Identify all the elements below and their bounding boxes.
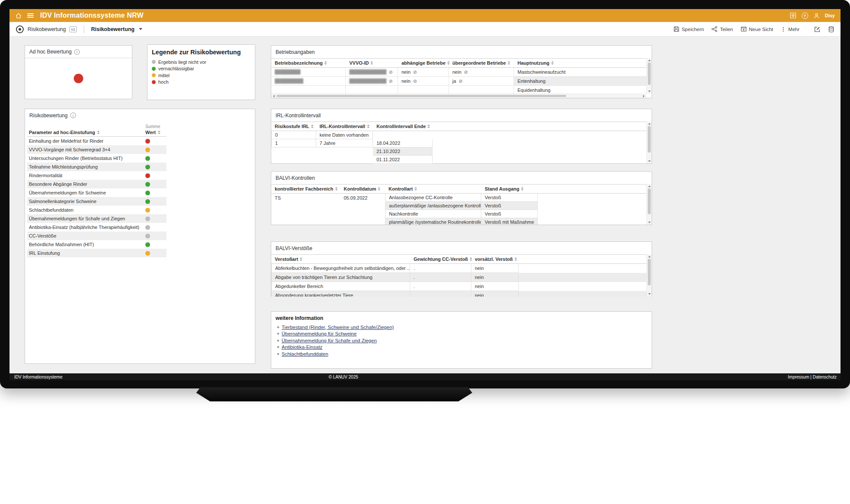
sort-icon[interactable] <box>324 61 327 65</box>
info-link[interactable]: Übernahmemeldung für Schafe und Ziegen <box>282 338 377 343</box>
scrollbar-thumb[interactable] <box>648 259 651 285</box>
kontrolle-row[interactable]: außerplanmäßige /anlassbezogene Kontroll… <box>271 202 652 210</box>
related-data-icon[interactable]: ⊘ <box>413 79 417 84</box>
home-icon[interactable] <box>15 13 22 19</box>
sheet-tab[interactable]: Risikobewertung <box>91 26 135 32</box>
sort-icon[interactable] <box>427 125 430 128</box>
share-button[interactable]: Teilen <box>711 26 733 32</box>
column-header[interactable]: Betriebsbezeichnung <box>271 60 346 66</box>
risk-parameter-row[interactable]: Rindermortalität <box>27 171 166 180</box>
column-header[interactable]: IRL-Kontrollintervall <box>316 124 373 129</box>
sort-icon[interactable] <box>414 187 417 191</box>
column-header[interactable]: übergeordnete Betriebe <box>449 60 514 66</box>
scroll-left-icon[interactable] <box>273 95 275 97</box>
sort-icon[interactable] <box>378 187 380 191</box>
irl-row[interactable]: 1 7 Jahre 18.04.2022 <box>271 139 652 147</box>
risk-parameter-row[interactable]: Übernahmemeldungen für Schweine <box>27 188 166 197</box>
risk-parameter-row[interactable]: Übernahmemeldungen für Schafe und Ziegen <box>27 214 166 223</box>
sort-icon[interactable] <box>97 131 100 134</box>
betrieb-row[interactable]: █████████ █████████████⊘ nein⊘ nein⊘ Mas… <box>271 68 652 77</box>
help-icon[interactable] <box>802 13 808 19</box>
sort-icon[interactable] <box>158 131 160 134</box>
irl-row[interactable]: 01.11.2022 <box>271 156 652 164</box>
info-icon[interactable] <box>74 49 80 55</box>
sort-icon[interactable] <box>508 61 510 65</box>
scroll-down-icon[interactable] <box>648 160 651 162</box>
admin-tools-icon[interactable] <box>790 12 797 19</box>
risk-parameter-row[interactable]: Antibiotika-Einsatz (halbjährliche Thera… <box>27 223 166 232</box>
scroll-right-icon[interactable] <box>643 95 645 97</box>
column-header[interactable]: kontrollierter Fachbereich <box>271 186 340 191</box>
irl-row[interactable]: 21.10.2022 <box>271 147 652 156</box>
risk-parameter-row[interactable]: Salmonellenkategorie Schweine <box>27 197 166 206</box>
scroll-down-icon[interactable] <box>648 222 651 223</box>
info-link[interactable]: Übernahmemeldung für Schweine <box>282 331 357 336</box>
kontrolle-row[interactable]: Nachkontrolle Verstoß <box>271 210 652 218</box>
edit-icon[interactable] <box>814 26 821 33</box>
chevron-down-icon[interactable] <box>139 28 142 30</box>
risk-parameter-row[interactable]: CC-Verstöße <box>27 232 166 240</box>
vertical-scrollbar[interactable] <box>646 58 652 94</box>
menu-icon[interactable] <box>27 13 34 18</box>
scrollbar-thumb[interactable] <box>276 95 566 97</box>
sort-icon[interactable] <box>514 257 517 261</box>
column-header[interactable]: Risikostufe IRL <box>271 124 316 129</box>
new-view-button[interactable]: Neue Sicht <box>740 26 773 32</box>
column-header[interactable]: Kontrollart <box>385 186 481 191</box>
column-header[interactable]: Gewichtung CC-Verstoß <box>410 257 471 262</box>
risk-parameter-row[interactable]: Behördliche Maßnahmen (HIT) <box>27 240 166 249</box>
sort-icon[interactable] <box>300 257 302 261</box>
column-header[interactable]: Verstoßart <box>271 257 410 262</box>
save-button[interactable]: Speichern <box>673 26 704 32</box>
info-icon[interactable] <box>70 113 76 118</box>
info-link[interactable]: Tierbestand (Rinder, Schweine und Schafe… <box>282 325 394 330</box>
risk-parameter-row[interactable]: IRL Einstufung <box>27 249 166 257</box>
user-icon[interactable] <box>813 13 820 19</box>
scroll-down-icon[interactable] <box>648 293 651 295</box>
database-icon[interactable] <box>828 26 834 33</box>
column-header[interactable]: Kontrollintervall Ende <box>373 124 433 129</box>
related-data-icon[interactable]: ⊘ <box>413 70 417 75</box>
verstoss-row[interactable]: Absonderung kranker/verletzter Tiere . n… <box>271 291 652 297</box>
info-link[interactable]: Schlachtbefunddaten <box>282 351 328 357</box>
scroll-up-icon[interactable] <box>648 123 651 125</box>
sort-icon[interactable] <box>370 61 373 65</box>
scroll-up-icon[interactable] <box>648 59 651 61</box>
related-data-icon[interactable]: ⊘ <box>389 79 393 84</box>
related-data-icon[interactable]: ⊘ <box>459 79 463 84</box>
column-header[interactable]: Hauptnutzung <box>514 60 652 66</box>
workbook-name[interactable]: Risikobewertung <box>28 26 66 32</box>
betrieb-row[interactable]: Equidenhaltung <box>271 86 652 94</box>
cadenza-logo-icon[interactable] <box>16 25 24 34</box>
sort-icon[interactable] <box>551 61 554 65</box>
column-header[interactable]: abhängige Betriebe <box>398 60 449 66</box>
related-data-icon[interactable]: ⊘ <box>389 70 393 75</box>
sort-icon[interactable] <box>367 125 370 128</box>
scrollbar-thumb[interactable] <box>648 188 651 214</box>
betrieb-row[interactable]: ██████████ █████████████⊘ nein⊘ ja⊘ Ente… <box>271 77 652 86</box>
related-data-icon[interactable]: ⊘ <box>464 70 468 75</box>
risk-parameter-row[interactable]: Schlachtbefunddaten <box>27 206 166 214</box>
verstoss-row[interactable]: Abferkelbuchten - Bewegungsfreiheit zum … <box>271 264 652 273</box>
sort-icon[interactable] <box>521 187 524 191</box>
vertical-scrollbar[interactable] <box>646 254 652 296</box>
risk-parameter-row[interactable]: Einhaltung der Meldefrist für Rinder <box>27 137 166 145</box>
vertical-scrollbar[interactable] <box>646 184 652 225</box>
kontrolle-row[interactable]: planmäßige /systematische Routinekontrol… <box>271 218 652 225</box>
scroll-down-icon[interactable] <box>648 91 651 92</box>
info-link[interactable]: Antibiotika-Einsatz <box>282 344 323 350</box>
risk-parameter-row[interactable]: Besondere Abgänge Rinder <box>27 180 166 188</box>
sort-icon[interactable] <box>311 125 314 128</box>
footer-legal-links[interactable]: Impressum | Datenschutz <box>788 375 837 379</box>
risk-parameter-row[interactable]: VVVO-Vorgänge mit Schweregrad 3+4 <box>27 145 166 154</box>
vertical-scrollbar[interactable] <box>646 122 652 163</box>
risk-parameter-row[interactable]: Untersuchungen Rinder (Betriebsstatus HI… <box>27 154 166 163</box>
sort-icon[interactable] <box>335 187 338 191</box>
column-header[interactable]: VVVO-ID <box>346 60 398 66</box>
more-button[interactable]: Mehr <box>781 26 800 32</box>
user-label[interactable]: Disy <box>825 13 835 18</box>
verstoss-row[interactable]: Abgabe von trächtigen Tieren zur Schlach… <box>271 273 652 282</box>
column-header[interactable]: Stand Ausgang <box>481 186 538 191</box>
horizontal-scrollbar[interactable] <box>271 94 646 98</box>
scroll-up-icon[interactable] <box>648 185 651 187</box>
